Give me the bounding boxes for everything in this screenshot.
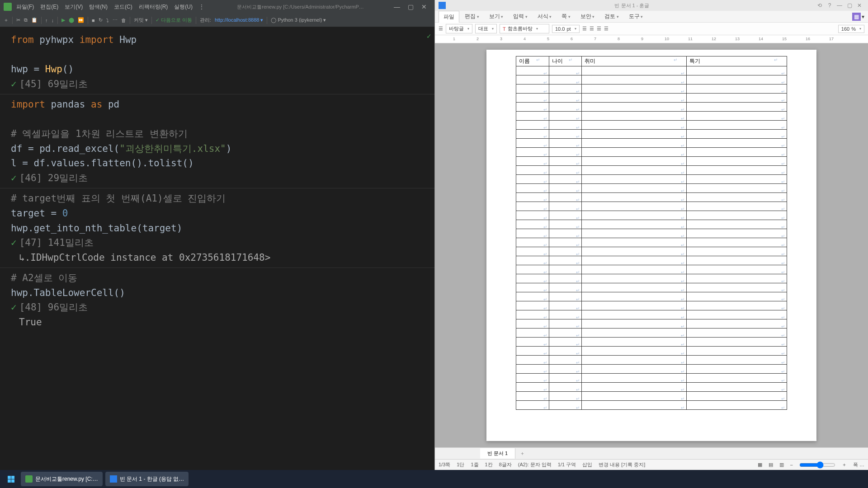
table-cell[interactable]: ↵ [516,301,549,310]
table-cell[interactable]: ↵ [549,319,582,328]
table-cell[interactable]: ↵ [516,347,549,356]
table-cell[interactable]: ↵ [549,84,582,94]
table-cell[interactable]: ↵ [549,184,582,193]
table-cell[interactable]: ↵ [549,265,582,274]
menu-navigate[interactable]: 탐색(N) [89,3,108,11]
table-row[interactable]: ↵↵↵↵ [516,121,787,130]
code-cell[interactable]: # target번째 표의 첫 번째(A1)셀로 진입하기target = 0h… [0,188,434,267]
table-row[interactable]: ↵↵↵↵ [516,374,787,383]
table-cell[interactable]: ↵ [582,401,687,410]
table-cell[interactable]: ↵ [549,229,582,238]
table-cell[interactable]: ↵ [516,338,549,347]
table-cell[interactable]: ↵ [549,139,582,148]
table-cell[interactable]: ↵ [549,238,582,247]
table-cell[interactable]: ↵ [549,274,582,283]
table-cell[interactable]: ↵ [582,247,687,256]
table-cell[interactable]: ↵ [687,94,787,103]
table-cell[interactable]: ↵ [687,139,787,148]
table-row[interactable]: ↵↵↵↵ [516,148,787,157]
table-cell[interactable]: ↵ [687,193,787,202]
table-cell[interactable]: ↵ [687,229,787,238]
table-cell[interactable]: ↵ [687,319,787,328]
code-cell[interactable]: # A2셀로 이동hwp.TableLowerCell()✓[48] 96밀리초… [0,267,434,332]
hg-menu-tools[interactable]: 도구 [624,11,648,22]
taskbar-pycharm[interactable]: 문서비교툴renew.py [C:… [21,472,103,486]
table-cell[interactable]: ↵ [516,148,549,157]
debug-step-icon[interactable]: ⤵ [106,18,109,23]
table-cell[interactable]: ↵ [549,94,582,103]
table-cell[interactable]: ↵ [582,157,687,166]
table-header[interactable]: 나이↵ [549,56,582,66]
table-cell[interactable]: ↵ [516,401,549,410]
table-cell[interactable]: ↵ [582,338,687,347]
align-center-icon[interactable]: ☰ [590,26,594,32]
table-row[interactable]: ↵↵↵↵ [516,292,787,301]
table-cell[interactable]: ↵ [549,374,582,383]
table-row[interactable]: ↵↵↵↵ [516,338,787,347]
stop-icon[interactable]: ■ [92,18,95,23]
table-cell[interactable]: ↵ [582,193,687,202]
table-cell[interactable]: ↵ [516,103,549,112]
table-cell[interactable]: ↵ [582,347,687,356]
table-cell[interactable]: ↵ [687,365,787,374]
table-row[interactable]: ↵↵↵↵ [516,139,787,148]
table-cell[interactable]: ↵ [549,247,582,256]
hg-menu-input[interactable]: 입력 [509,11,532,22]
table-cell[interactable]: ↵ [582,356,687,365]
table-cell[interactable]: ↵ [582,184,687,193]
table-cell[interactable]: ↵ [687,338,787,347]
table-cell[interactable]: ↵ [687,274,787,283]
run-cell-gutter-icon[interactable]: ✓ [426,33,432,40]
table-cell[interactable]: ↵ [687,383,787,392]
table-cell[interactable]: ↵ [516,292,549,301]
run-all-icon[interactable]: ⏩ [78,17,84,23]
table-cell[interactable]: ↵ [582,374,687,383]
table-cell[interactable]: ↵ [582,130,687,139]
table-cell[interactable]: ↵ [687,238,787,247]
table-cell[interactable]: ↵ [582,238,687,247]
align-right-icon[interactable]: ☰ [597,26,601,32]
table-cell[interactable]: ↵ [516,211,549,220]
table-cell[interactable]: ↵ [516,75,549,84]
table-cell[interactable]: ↵ [687,356,787,365]
horizontal-ruler[interactable]: 1234567891011121314151617 [435,35,868,43]
hg-view-icon1[interactable]: ▦ [852,13,861,21]
table-row[interactable]: ↵↵↵↵ [516,157,787,166]
table-cell[interactable]: ↵ [516,283,549,292]
table-cell[interactable]: ↵ [516,66,549,75]
table-cell[interactable]: ↵ [687,75,787,84]
table-cell[interactable]: ↵ [687,184,787,193]
align-left-icon[interactable]: ☰ [582,26,587,32]
code-editor[interactable]: ✓ from pyhwpx import Hwp hwp = Hwp()✓[45… [0,27,434,470]
table-cell[interactable]: ↵ [516,319,549,328]
table-cell[interactable]: ↵ [549,66,582,75]
table-cell[interactable]: ↵ [582,383,687,392]
table-cell[interactable]: ↵ [582,121,687,130]
table-cell[interactable]: ↵ [582,310,687,319]
table-header[interactable]: 특기↵ [687,56,787,66]
table-row[interactable]: ↵↵↵↵ [516,75,787,84]
table-cell[interactable]: ↵ [549,328,582,338]
table-row[interactable]: ↵↵↵↵ [516,301,787,310]
table-cell[interactable]: ↵ [516,383,549,392]
table-cell[interactable]: ↵ [582,265,687,274]
table-cell[interactable]: ↵ [516,310,549,319]
view-mode-icon[interactable]: ▦ [758,462,762,468]
table-row[interactable]: ↵↵↵↵ [516,211,787,220]
table-cell[interactable]: ↵ [549,338,582,347]
table-row[interactable]: ↵↵↵↵ [516,356,787,365]
cut-icon[interactable]: ✂ [16,17,20,23]
table-row[interactable]: ↵↵↵↵ [516,392,787,401]
table-cell[interactable]: ↵ [687,220,787,229]
copy-icon[interactable]: ⧉ [24,17,28,23]
table-cell[interactable]: ↵ [516,94,549,103]
minimize-button[interactable]: — [390,3,404,10]
menu-refactor[interactable]: 리팩터링(R) [139,3,168,11]
size-select[interactable]: 10.0 pt [552,25,580,33]
table-cell[interactable]: ↵ [549,121,582,130]
zoom-select[interactable]: 160 % [838,25,864,33]
table-row[interactable]: ↵↵↵↵ [516,383,787,392]
table-cell[interactable]: ↵ [582,148,687,157]
table-cell[interactable]: ↵ [516,157,549,166]
table-row[interactable]: ↵↵↵↵ [516,193,787,202]
